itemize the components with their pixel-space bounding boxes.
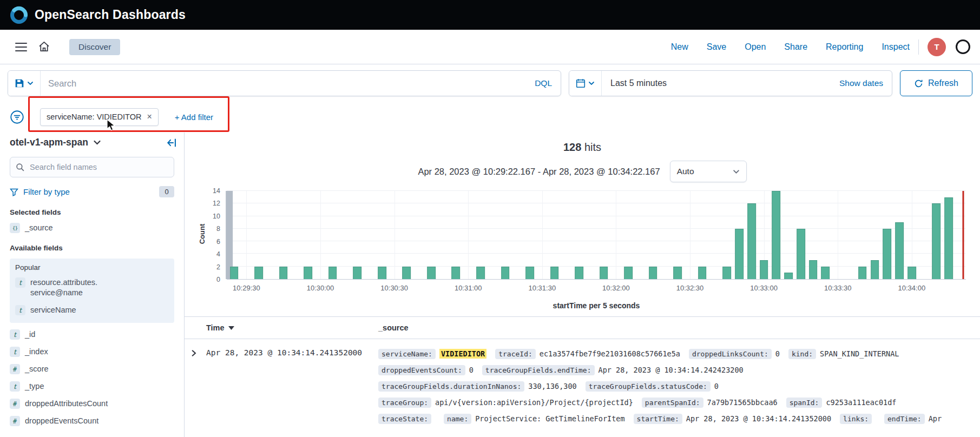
toolbar-action-save[interactable]: Save [707, 42, 726, 52]
y-axis-tick-label: 2 [216, 263, 220, 271]
histogram-bar[interactable] [403, 267, 411, 279]
field-name: droppedEventsCount [25, 416, 98, 426]
histogram-bar[interactable] [735, 229, 744, 279]
histogram-bar[interactable] [821, 267, 830, 279]
histogram-bar[interactable] [476, 267, 485, 279]
source-field-name: traceGroupFields.endTime: [482, 365, 595, 375]
app-toolbar: Discover NewSaveOpenShareReportingInspec… [0, 30, 980, 64]
toolbar-action-inspect[interactable]: Inspect [882, 42, 910, 52]
histogram-bar[interactable] [254, 267, 263, 279]
breadcrumb[interactable]: Discover [69, 39, 120, 55]
histogram-bar[interactable] [673, 267, 682, 279]
histogram-chart: Count 02468101214 10:29:3010:30:0010:30:… [185, 188, 980, 316]
histogram-bar[interactable] [649, 267, 657, 279]
histogram-bar[interactable] [784, 273, 793, 279]
time-column-header[interactable]: Time [206, 323, 378, 332]
field-item-_index[interactable]: t_index [10, 347, 174, 357]
histogram-bar[interactable] [550, 267, 559, 279]
histogram-bar[interactable] [883, 229, 891, 279]
histogram-bar[interactable] [747, 203, 756, 279]
menu-hamburger-icon[interactable] [10, 36, 32, 58]
histogram-bar[interactable] [230, 267, 239, 279]
hits-count: 128 [563, 141, 581, 153]
opensearch-logo-icon[interactable] [10, 6, 28, 24]
search-input[interactable] [41, 78, 526, 89]
toolbar-action-new[interactable]: New [671, 42, 688, 52]
source-field-value: Apr 28, 2023 @ 10:34:14.241352000 [686, 414, 831, 423]
home-icon[interactable] [32, 36, 55, 58]
histogram-bar[interactable] [809, 260, 818, 279]
histogram-bar[interactable] [353, 267, 361, 279]
x-axis-label: startTime per 5 seconds [227, 301, 966, 310]
toolbar-action-share[interactable]: Share [784, 42, 807, 52]
histogram-bar[interactable] [698, 267, 707, 279]
histogram-bar[interactable] [760, 260, 768, 279]
histogram-header: Apr 28, 2023 @ 10:29:22.167 - Apr 28, 20… [185, 161, 980, 182]
field-item-_score[interactable]: #_score [10, 364, 174, 374]
source-field-value: 0 [469, 366, 473, 374]
field-item-_id[interactable]: t_id [10, 329, 174, 340]
x-axis-tick-label: 10:32:30 [676, 284, 704, 292]
toolbar-action-open[interactable]: Open [745, 42, 766, 52]
field-item-droppedEventsCount[interactable]: #droppedEventsCount [10, 416, 174, 426]
chevron-down-icon [27, 80, 34, 87]
query-language-button[interactable]: DQL [526, 78, 561, 88]
histogram-bar[interactable] [871, 260, 879, 279]
add-filter-link[interactable]: + Add filter [175, 112, 213, 122]
field-item-resource.attributes.service@name[interactable]: tresource.​attributes.​service@name [15, 277, 169, 298]
date-picker-menu-button[interactable] [569, 71, 602, 96]
histogram-bar[interactable] [452, 267, 461, 279]
histogram-bar[interactable] [279, 267, 288, 279]
chart-gridline [690, 191, 690, 279]
histogram-bar[interactable] [304, 267, 312, 279]
saved-query-menu-button[interactable] [8, 71, 41, 96]
histogram-bar[interactable] [772, 191, 781, 279]
histogram-bar[interactable] [895, 222, 904, 279]
histogram-bar[interactable] [427, 267, 436, 279]
interval-select[interactable]: Auto [670, 161, 747, 182]
current-time-marker [963, 191, 964, 279]
filter-options-icon[interactable] [8, 108, 26, 126]
field-item-_source[interactable]: {}_source [10, 223, 174, 233]
source-field-name: droppedEventsCount: [378, 365, 465, 375]
filter-by-type-button[interactable]: Filter by type 0 [10, 186, 174, 197]
histogram-bar[interactable] [525, 267, 534, 279]
histogram-bar[interactable] [501, 267, 510, 279]
expand-row-icon[interactable] [190, 346, 206, 360]
collapse-sidebar-icon[interactable] [166, 138, 177, 149]
field-item-droppedAttributesCount[interactable]: #droppedAttributesCount [10, 399, 174, 409]
index-pattern-selector[interactable]: otel-v1-apm-span [10, 137, 101, 148]
source-field-value: SPAN_KIND_INTERNAL [820, 349, 899, 358]
histogram-bar[interactable] [575, 267, 583, 279]
field-item-_type[interactable]: t_type [10, 381, 174, 392]
show-dates-link[interactable]: Show dates [839, 78, 892, 88]
partial-bucket-marker [226, 191, 233, 279]
chevron-down-icon [93, 138, 101, 147]
source-field-name: traceState: [378, 414, 431, 424]
help-circle-icon[interactable] [956, 39, 970, 54]
histogram-bar[interactable] [797, 229, 805, 279]
filter-pill[interactable]: serviceName: VIDIEDITOR × [40, 108, 159, 126]
chart-gridline [320, 191, 321, 279]
source-field-name: serviceName: [378, 349, 436, 359]
field-item-serviceName[interactable]: tserviceName [15, 305, 169, 315]
chart-plot-area[interactable] [227, 191, 966, 280]
histogram-bar[interactable] [378, 267, 386, 279]
histogram-bar[interactable] [907, 267, 916, 279]
refresh-button[interactable]: Refresh [900, 70, 972, 96]
histogram-bar[interactable] [600, 267, 608, 279]
histogram-bar[interactable] [944, 197, 953, 279]
toolbar-action-reporting[interactable]: Reporting [826, 42, 863, 52]
time-column-label: Time [206, 323, 225, 332]
histogram-bar[interactable] [932, 203, 941, 279]
date-picker-control: Last 5 minutes Show dates [569, 70, 892, 96]
remove-filter-icon[interactable]: × [147, 112, 152, 121]
histogram-bar[interactable] [328, 267, 337, 279]
source-field-name: kind: [788, 349, 816, 359]
avatar[interactable]: T [928, 38, 946, 56]
field-search-input[interactable] [10, 157, 174, 177]
histogram-bar[interactable] [858, 267, 867, 279]
histogram-bar[interactable] [624, 267, 633, 279]
histogram-bar[interactable] [722, 267, 731, 279]
time-range-value[interactable]: Last 5 minutes [602, 78, 667, 88]
